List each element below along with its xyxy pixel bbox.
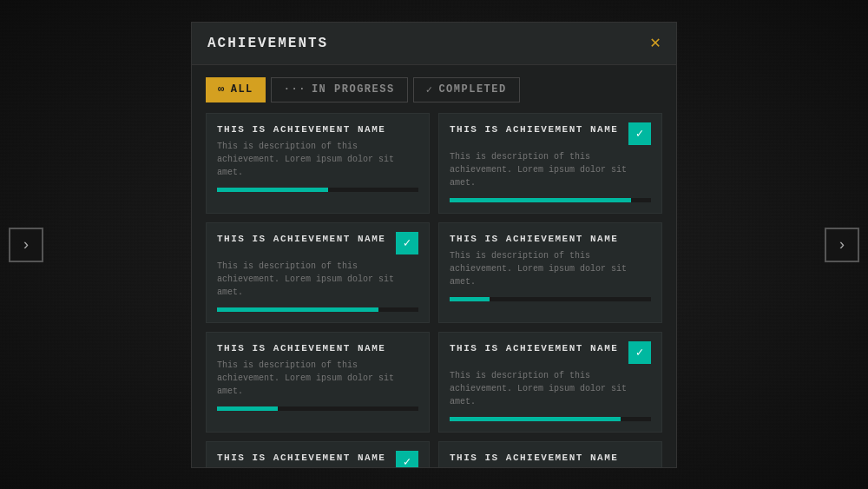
progress-bar-fill [450,198,631,202]
tab-completed-icon: ✓ [426,83,434,96]
achievement-card-header: THIS IS ACHIEVEMENT NAME [217,234,418,254]
achievement-card-header: THIS IS ACHIEVEMENT NAME [217,124,418,135]
achievement-name: THIS IS ACHIEVEMENT NAME [450,343,621,354]
achievement-card: THIS IS ACHIEVEMENT NAMEThis is descript… [206,222,430,323]
achievement-card: THIS IS ACHIEVEMENT NAMEThis is descript… [438,113,662,214]
achievements-grid: THIS IS ACHIEVEMENT NAMEThis is descript… [192,102,676,467]
achievement-name: THIS IS ACHIEVEMENT NAME [450,453,651,463]
achievement-card: THIS IS ACHIEVEMENT NAMEThis is descript… [438,222,662,323]
achievement-card-header: THIS IS ACHIEVEMENT NAME [217,343,418,354]
progress-bar-container [217,188,418,192]
achievement-card-header: THIS IS ACHIEVEMENT NAME [450,343,651,364]
modal-title: ACHIEVEMENTS [207,36,328,51]
progress-bar-container [450,297,651,301]
tab-bar: ∞ ALL ··· IN PROGRESS ✓ COMPLETED [192,65,676,102]
tab-all[interactable]: ∞ ALL [206,77,266,102]
progress-bar-fill [217,188,328,192]
achievement-card-header: THIS IS ACHIEVEMENT NAME [450,124,651,145]
completion-badge [396,232,418,254]
achievement-card: THIS IS ACHIEVEMENT NAMEThis is descript… [206,113,430,214]
nav-arrow-left[interactable]: › [9,228,43,262]
achievement-card: THIS IS ACHIEVEMENT NAMEThis is descript… [438,332,662,433]
progress-bar-fill [450,417,621,421]
achievement-description: This is description of this achievement.… [217,140,418,179]
right-arrow-icon: › [838,236,847,254]
progress-bar-container [217,406,418,411]
tab-inprogress[interactable]: ··· IN PROGRESS [271,77,408,102]
achievement-description: This is description of this achievement.… [217,359,418,398]
progress-bar-fill [217,406,278,411]
achievement-card-header: THIS IS ACHIEVEMENT NAME [450,234,651,244]
achievement-name: THIS IS ACHIEVEMENT NAME [217,343,418,354]
progress-bar-container [217,307,418,312]
completion-badge [396,451,418,467]
completion-badge [628,341,651,364]
nav-arrow-right[interactable]: › [825,228,859,262]
achievement-card-header: THIS IS ACHIEVEMENT NAME [217,453,418,467]
achievement-description: This is description of this achievement.… [450,369,651,408]
achievement-card-header: THIS IS ACHIEVEMENT NAME [450,453,651,463]
achievement-name: THIS IS ACHIEVEMENT NAME [217,124,418,135]
close-button[interactable]: ✕ [650,35,661,52]
achievement-description: This is description of this achievement.… [450,249,651,288]
completion-badge [628,122,651,145]
progress-bar-container [450,198,651,202]
achievement-name: THIS IS ACHIEVEMENT NAME [217,453,389,463]
progress-bar-container [450,417,651,421]
achievement-name: THIS IS ACHIEVEMENT NAME [450,124,621,135]
tab-inprogress-icon: ··· [284,83,306,96]
tab-inprogress-label: IN PROGRESS [312,83,395,96]
modal-header: ACHIEVEMENTS ✕ [192,23,676,65]
left-arrow-icon: › [22,236,31,254]
tab-completed-label: COMPLETED [438,83,506,96]
achievement-card: THIS IS ACHIEVEMENT NAMEThis is descript… [206,332,430,433]
tab-completed[interactable]: ✓ COMPLETED [413,77,520,102]
achievement-card: THIS IS ACHIEVEMENT NAMEThis is descript… [206,441,430,467]
progress-bar-fill [450,297,490,301]
achievement-description: This is description of this achievement.… [450,150,651,189]
tab-all-label: ALL [231,83,253,96]
achievement-description: This is description of this achievement.… [217,260,418,299]
achievement-card: THIS IS ACHIEVEMENT NAMEThis is descript… [438,441,662,467]
achievement-name: THIS IS ACHIEVEMENT NAME [217,234,389,244]
achievements-modal: ACHIEVEMENTS ✕ ∞ ALL ··· IN PROGRESS ✓ C… [191,22,677,468]
achievement-name: THIS IS ACHIEVEMENT NAME [450,234,651,244]
progress-bar-fill [217,307,378,312]
tab-all-icon: ∞ [218,83,226,96]
